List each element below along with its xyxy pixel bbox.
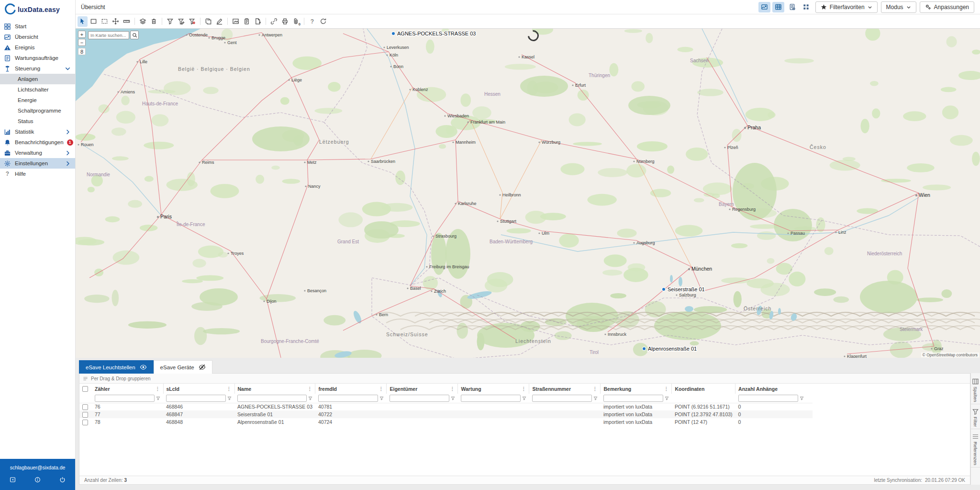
funnel-icon[interactable] [593,396,598,400]
column-menu-icon[interactable]: ⋮ [448,386,455,391]
side-tab-spalten[interactable]: Spalten [971,376,980,404]
sidebar-item-einstellungen[interactable]: Einstellungen [0,158,75,169]
map-marker-seiserstra-e-01[interactable]: Seiserstraße 01 [662,286,704,292]
side-tab-filter[interactable]: Filter [971,406,980,429]
column-menu-icon[interactable]: ⋮ [154,386,160,391]
column-menu-icon[interactable]: ⋮ [662,386,668,391]
sidebar-item-verwaltung[interactable]: Verwaltung [0,148,75,158]
column-header-anzahl-anh-nge[interactable]: Anzahl Anhänge [735,384,807,394]
measure-icon[interactable] [122,16,132,27]
filter-input-slcid[interactable] [166,395,226,402]
export-icon[interactable] [253,16,263,27]
column-header-stra-ennummer[interactable]: Straßennummer⋮ [529,384,601,394]
funnel-icon[interactable] [379,396,384,400]
apps-grid-button[interactable] [800,2,812,12]
draw-icon[interactable] [214,16,224,27]
modus-button[interactable]: Modus [881,1,916,13]
column-header-koordinaten[interactable]: Koordinaten [672,384,735,394]
sidebar-item-lichtschalter[interactable]: Lichtschalter [0,84,75,95]
app-logo[interactable]: luxData.easy [0,0,75,19]
filter-clear-icon[interactable] [187,16,197,27]
column-menu-icon[interactable]: ⋮ [305,386,312,391]
table-row[interactable]: 77468847Seiserstraße 0140722importiert v… [79,410,813,418]
zoom-out-button[interactable]: − [78,39,86,46]
layers-icon[interactable] [138,16,148,27]
funnel-icon[interactable] [227,396,232,400]
sidebar-item-bersicht[interactable]: Übersicht [0,32,75,42]
attachments-icon[interactable]: 0 [291,16,301,27]
funnel-icon[interactable] [451,396,455,400]
filter-icon[interactable] [165,16,175,27]
sidebar-item-benachrichtigungen[interactable]: Benachrichtigungen1 [0,137,75,148]
print-icon[interactable] [280,16,290,27]
column-header-wartung[interactable]: Wartung⋮ [458,384,529,394]
report-icon[interactable] [242,16,252,27]
funnel-icon[interactable] [156,396,160,400]
filter-input-stra-ennummer[interactable] [532,395,592,402]
rect-select-icon[interactable] [89,16,99,27]
anpassungen-button[interactable]: Anpassungen [920,1,974,13]
column-menu-icon[interactable]: ⋮ [377,386,383,391]
table-row[interactable]: 78468848Alpenrosenstraße 0140724importie… [79,418,813,426]
filter-input-z-hler[interactable] [95,395,155,402]
table-row[interactable]: 76468846AGNES-POCKELS-STRASSE 0340781imp… [79,403,813,410]
sidebar-item-steuerung[interactable]: Steuerung [0,63,75,74]
filter-input-fremdid[interactable] [318,395,378,402]
sidebar-item-wartungsauftr-ge[interactable]: Wartungsaufträge [0,53,75,63]
link-icon[interactable] [269,16,279,27]
column-menu-icon[interactable]: ⋮ [519,386,526,391]
help-icon[interactable]: ? [307,16,317,27]
refresh-icon[interactable] [318,16,328,27]
sidebar-item-start[interactable]: Start [0,21,75,32]
funnel-icon[interactable] [308,396,312,400]
tab-esave-leuchtstellen[interactable]: eSave Leuchtstellen [79,360,154,374]
row-checkbox[interactable] [82,420,88,425]
screenshot-icon[interactable] [231,16,241,27]
group-bar[interactable]: Per Drag & Drop gruppieren [79,374,970,384]
sidebar-item-hilfe[interactable]: ?Hilfe [0,169,75,179]
side-tab-referenzen[interactable]: Referenzen [971,431,980,467]
report-view-button[interactable] [786,2,798,12]
map-marker-alpenrosenstra-e-01[interactable]: Alpenrosenstraße 01 [642,346,697,352]
sidebar-item-statistik[interactable]: Statistik [0,126,75,137]
column-menu-icon[interactable]: ⋮ [590,386,597,391]
filter-input-bemerkung[interactable] [603,395,663,402]
filter-input-name[interactable] [237,395,307,402]
filter-edit-icon[interactable] [176,16,186,27]
row-checkbox[interactable] [82,412,88,418]
sidebar-item-schaltprogramme[interactable]: Schaltprogramme [0,105,75,116]
map-marker-agnes-pockels-strasse-03[interactable]: AGNES-POCKELS-STRASSE 03 [391,31,476,36]
collapse-sidebar-icon[interactable] [10,477,16,483]
delete-icon[interactable] [149,16,159,27]
copy-icon[interactable] [203,16,213,27]
filter-input-eigent-mer[interactable] [390,395,449,402]
column-header-fremdid[interactable]: fremdId⋮ [315,384,387,394]
sidebar-item-ereignis[interactable]: Ereignis [0,42,75,53]
row-checkbox[interactable] [82,404,88,410]
sidebar-item-energie[interactable]: Energie [0,95,75,105]
polygon-select-icon[interactable] [100,16,110,27]
map-canvas[interactable]: OostendeBruggeGentAntwerpenLilleBelgië ·… [75,29,980,358]
logout-power-icon[interactable] [59,477,66,483]
map-view-button[interactable] [758,2,770,12]
tab-esave-ger-te[interactable]: eSave Geräte [154,360,212,374]
filter-input-wartung[interactable] [461,395,521,402]
filter-input-anzahl-anh-nge[interactable] [738,395,798,402]
funnel-icon[interactable] [800,396,804,400]
column-header-eigent-mer[interactable]: Eigentümer⋮ [387,384,458,394]
sidebar-item-status[interactable]: Status [0,116,75,126]
filterfavoriten-button[interactable]: Filterfavoriten [815,1,878,13]
column-menu-icon[interactable]: ⋮ [225,386,232,391]
map-search-input[interactable] [88,31,129,39]
pan-icon[interactable] [111,16,121,27]
search-icon[interactable] [130,31,139,39]
select-cursor-icon[interactable] [78,16,88,27]
column-header-bemerkung[interactable]: Bemerkung⋮ [601,384,672,394]
column-header-slcid[interactable]: sLcId⋮ [163,384,234,394]
column-header-z-hler[interactable]: Zähler⋮ [92,384,163,394]
funnel-icon[interactable] [665,396,669,400]
zoom-in-button[interactable]: + [78,31,86,38]
sidebar-item-anlagen[interactable]: Anlagen [0,74,75,84]
info-icon[interactable] [34,477,41,483]
column-header-name[interactable]: Name⋮ [234,384,315,394]
